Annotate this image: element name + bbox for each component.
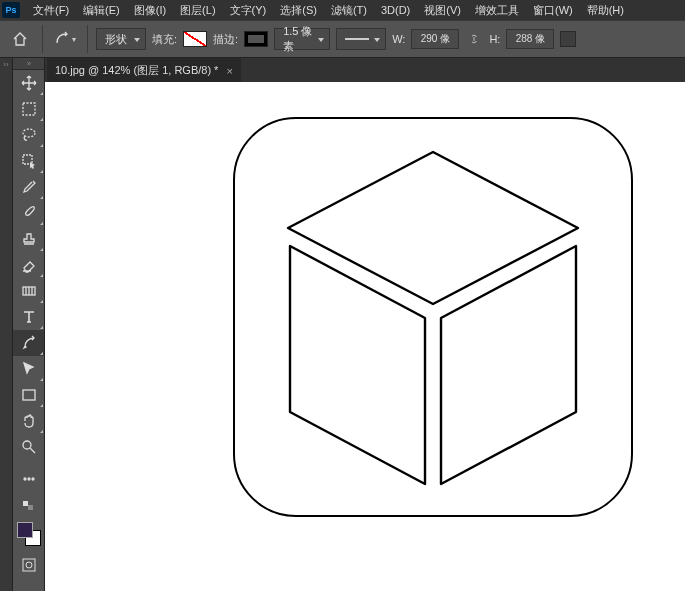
- svg-point-5: [23, 441, 31, 449]
- zoom-tool[interactable]: [13, 434, 44, 460]
- current-tool-icon[interactable]: ▾: [51, 27, 79, 51]
- gradient-tool[interactable]: [13, 278, 44, 304]
- height-label: H:: [489, 33, 500, 45]
- document-tab-title: 10.jpg @ 142% (图层 1, RGB/8) *: [55, 63, 218, 78]
- svg-point-8: [32, 478, 34, 480]
- fill-swatch[interactable]: [183, 31, 207, 47]
- link-wh-icon[interactable]: [465, 30, 483, 48]
- svg-rect-4: [23, 390, 35, 400]
- foreground-color-swatch[interactable]: [17, 522, 33, 538]
- tool-panel-header[interactable]: ››: [13, 58, 44, 70]
- stroke-style-select[interactable]: [336, 28, 386, 50]
- path-select-tool[interactable]: [13, 356, 44, 382]
- svg-rect-11: [23, 559, 35, 571]
- close-tab-button[interactable]: ×: [226, 65, 232, 77]
- canvas[interactable]: [45, 82, 685, 591]
- svg-marker-15: [290, 246, 425, 484]
- fill-label: 填充:: [152, 32, 177, 47]
- svg-point-6: [24, 478, 26, 480]
- left-dock-strip[interactable]: ››: [0, 58, 13, 591]
- stroke-swatch[interactable]: [244, 31, 268, 47]
- cube-artwork: [228, 112, 638, 522]
- expand-dock-icon[interactable]: ››: [3, 60, 8, 69]
- eyedropper-tool[interactable]: [13, 174, 44, 200]
- type-tool[interactable]: [13, 304, 44, 330]
- menu-file[interactable]: 文件(F): [26, 1, 76, 20]
- svg-marker-14: [288, 152, 578, 304]
- svg-marker-16: [441, 246, 576, 484]
- menu-view[interactable]: 视图(V): [417, 1, 468, 20]
- eraser-tool[interactable]: [13, 252, 44, 278]
- svg-point-12: [26, 562, 32, 568]
- options-bar: ▾ 形状 填充: 描边: 1.5 像素 W: H:: [0, 20, 685, 58]
- pen-tool[interactable]: [13, 330, 44, 356]
- stroke-label: 描边:: [213, 32, 238, 47]
- menu-select[interactable]: 选择(S): [273, 1, 324, 20]
- marquee-tool[interactable]: [13, 96, 44, 122]
- hand-tool[interactable]: [13, 408, 44, 434]
- lasso-tool[interactable]: [13, 122, 44, 148]
- more-tools[interactable]: [13, 466, 44, 492]
- app-logo: Ps: [2, 2, 20, 18]
- menu-help[interactable]: 帮助(H): [580, 1, 631, 20]
- edit-toolbar-button[interactable]: [13, 492, 44, 518]
- tool-panel: ››: [13, 58, 45, 591]
- svg-rect-13: [234, 118, 632, 516]
- menu-image[interactable]: 图像(I): [127, 1, 173, 20]
- svg-point-7: [28, 478, 30, 480]
- menu-type[interactable]: 文字(Y): [223, 1, 274, 20]
- width-field[interactable]: [411, 29, 459, 49]
- menu-plugins[interactable]: 增效工具: [468, 1, 526, 20]
- width-label: W:: [392, 33, 405, 45]
- rectangle-tool[interactable]: [13, 382, 44, 408]
- home-button[interactable]: [6, 27, 34, 51]
- menu-layer[interactable]: 图层(L): [173, 1, 222, 20]
- brush-tool[interactable]: [13, 200, 44, 226]
- menu-filter[interactable]: 滤镜(T): [324, 1, 374, 20]
- stroke-width-select[interactable]: 1.5 像素: [274, 28, 330, 50]
- separator: [42, 25, 43, 53]
- separator: [87, 25, 88, 53]
- menu-window[interactable]: 窗口(W): [526, 1, 580, 20]
- quick-mask-button[interactable]: [13, 552, 44, 578]
- move-tool[interactable]: [13, 70, 44, 96]
- stamp-tool[interactable]: [13, 226, 44, 252]
- color-swatches[interactable]: [13, 518, 44, 552]
- document-tab[interactable]: 10.jpg @ 142% (图层 1, RGB/8) * ×: [47, 58, 241, 82]
- tool-mode-select[interactable]: 形状: [96, 28, 146, 50]
- menu-edit[interactable]: 编辑(E): [76, 1, 127, 20]
- svg-rect-0: [23, 103, 35, 115]
- svg-rect-10: [28, 505, 33, 510]
- document-tab-bar: 10.jpg @ 142% (图层 1, RGB/8) * ×: [45, 58, 685, 82]
- menu-3d[interactable]: 3D(D): [374, 2, 417, 18]
- svg-rect-9: [23, 501, 28, 506]
- align-swatch[interactable]: [560, 31, 576, 47]
- quick-select-tool[interactable]: [13, 148, 44, 174]
- height-field[interactable]: [506, 29, 554, 49]
